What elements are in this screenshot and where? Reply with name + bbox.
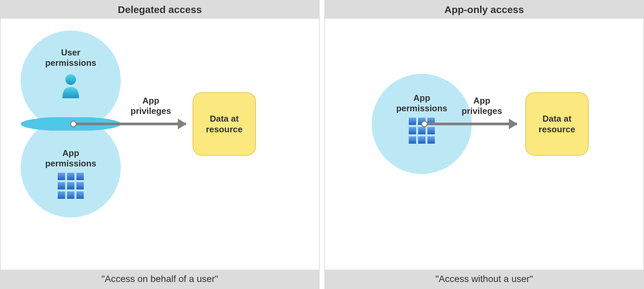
svg-rect-15 bbox=[427, 127, 435, 134]
svg-rect-5 bbox=[67, 182, 74, 189]
panel-footer-left: "Access on behalf of a user" bbox=[1, 270, 319, 288]
svg-rect-4 bbox=[58, 182, 65, 189]
user-icon bbox=[59, 72, 82, 100]
data-at-resource-box-right: Data atresource bbox=[525, 92, 589, 156]
svg-rect-16 bbox=[409, 136, 416, 144]
svg-rect-17 bbox=[418, 136, 425, 144]
panel-body-right: Apppermissions Appprivileges Data atreso… bbox=[325, 19, 643, 270]
app-permissions-circle-left: Apppermissions bbox=[21, 117, 121, 218]
app-privileges-arrow-right bbox=[423, 123, 517, 125]
panel-body-left: Userpermissions Apppermissions bbox=[1, 19, 319, 270]
panel-footer-right: "Access without a user" bbox=[325, 270, 643, 288]
svg-rect-8 bbox=[67, 191, 74, 199]
app-privileges-label-right: Appprivileges bbox=[458, 96, 505, 116]
panel-title-right: App-only access bbox=[325, 1, 643, 19]
svg-rect-9 bbox=[76, 191, 84, 199]
user-permissions-circle: Userpermissions bbox=[21, 30, 121, 131]
svg-rect-13 bbox=[409, 127, 416, 134]
app-permissions-label-left: Apppermissions bbox=[45, 148, 96, 169]
svg-rect-3 bbox=[76, 173, 84, 180]
grid-icon bbox=[58, 173, 84, 200]
svg-rect-1 bbox=[58, 173, 65, 180]
svg-rect-7 bbox=[58, 191, 65, 199]
svg-rect-18 bbox=[427, 136, 435, 144]
svg-rect-10 bbox=[409, 118, 416, 125]
data-at-resource-box-left: Data atresource bbox=[193, 92, 256, 156]
app-privileges-label-left: Appprivileges bbox=[127, 96, 174, 116]
user-permissions-label: Userpermissions bbox=[45, 47, 96, 68]
app-only-access-panel: App-only access Apppermissions Appprivi bbox=[324, 0, 644, 289]
app-privileges-arrow-left bbox=[72, 123, 186, 125]
svg-rect-6 bbox=[76, 182, 84, 189]
svg-rect-14 bbox=[418, 127, 425, 134]
panel-title-left: Delegated access bbox=[1, 1, 319, 19]
svg-rect-2 bbox=[67, 173, 74, 180]
svg-point-0 bbox=[65, 74, 76, 85]
delegated-access-panel: Delegated access Userpermissions App bbox=[0, 0, 320, 289]
app-permissions-label-right: Apppermissions bbox=[396, 93, 447, 114]
